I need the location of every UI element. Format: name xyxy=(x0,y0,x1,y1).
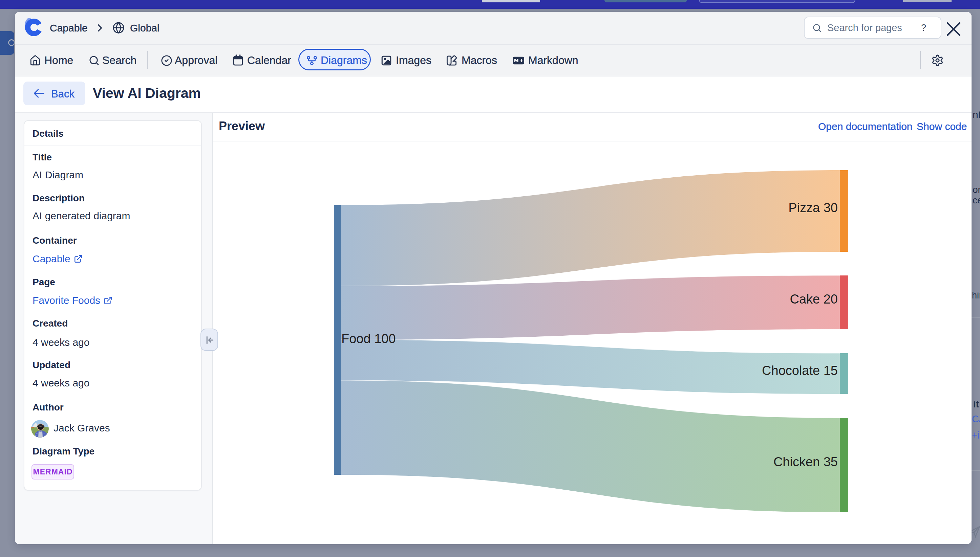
svg-text:Chocolate 15: Chocolate 15 xyxy=(762,363,838,378)
svg-text:Pizza 30: Pizza 30 xyxy=(788,201,838,215)
svg-text:Chicken 35: Chicken 35 xyxy=(773,455,838,469)
svg-text:Food 100: Food 100 xyxy=(341,332,396,346)
svg-text:Cake 20: Cake 20 xyxy=(790,292,838,306)
